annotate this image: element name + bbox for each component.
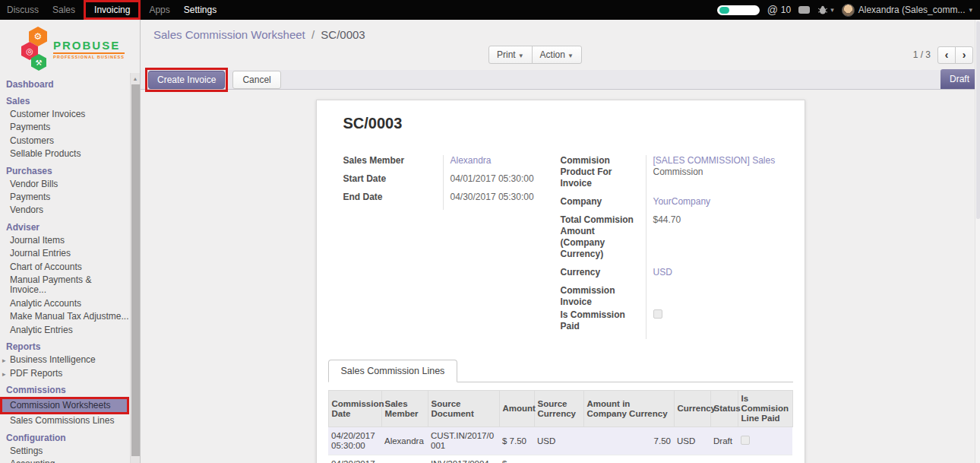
sales-member-link[interactable]: Alexandra xyxy=(450,155,492,166)
sidebar-header-adviser[interactable]: Adviser xyxy=(0,221,129,234)
sidebar-header-purchases[interactable]: Purchases xyxy=(0,165,129,178)
expand-arrow-icon: ▸ xyxy=(2,369,6,379)
top-navbar: Discuss Sales Invoicing Apps Settings @ … xyxy=(0,0,980,20)
chevron-down-icon: ▾ xyxy=(830,6,834,14)
chevron-down-icon: ▼ xyxy=(518,52,524,59)
col-status[interactable]: Status xyxy=(710,391,738,427)
sidebar-header-sales[interactable]: Sales xyxy=(0,95,129,108)
sidebar-item-vendors[interactable]: Vendors xyxy=(0,204,129,217)
sidebar-menu: Dashboard Sales Customer Invoices Paymen… xyxy=(0,78,140,463)
sidebar-item-customers[interactable]: Customers xyxy=(0,135,129,147)
field-sales-member: Sales Member Alexandra xyxy=(343,155,553,173)
mentions-counter[interactable]: @ 10 xyxy=(767,4,792,16)
action-dropdown-button[interactable]: Action▼ xyxy=(532,46,582,64)
sidebar-item-journal-entries[interactable]: Journal Entries xyxy=(0,247,129,260)
logo-title: PROBUSE xyxy=(53,39,125,52)
field-label: Commission Invoice xyxy=(561,285,646,309)
annotation-box-commission-worksheets: Commission Worksheets xyxy=(0,397,129,414)
topbar-menu-sales[interactable]: Sales xyxy=(46,0,82,20)
create-invoice-button[interactable]: Create Invoice xyxy=(148,71,225,89)
chevron-down-icon: ▼ xyxy=(567,52,574,59)
sidebar-item-analytic-entries[interactable]: Analytic Entries xyxy=(0,324,129,337)
page-scrollbar-thumb[interactable] xyxy=(976,21,980,219)
sidebar-scrollbar-thumb[interactable] xyxy=(131,84,140,456)
timer-pill xyxy=(717,5,760,15)
tab-sales-commission-lines[interactable]: Sales Commission Lines xyxy=(328,360,458,382)
field-label: Sales Member xyxy=(343,155,443,173)
col-source-currency[interactable]: Source Currency xyxy=(534,391,583,427)
col-is-commission-line-paid[interactable]: Is Commision Line Paid xyxy=(738,391,792,427)
sheet-area: SC/0003 Sales Member Alexandra Start Dat… xyxy=(141,90,980,463)
topbar-menu-discuss[interactable]: Discuss xyxy=(0,0,46,20)
sidebar-header-reports[interactable]: Reports xyxy=(0,341,129,354)
scroll-up-arrow-icon[interactable]: ▲ xyxy=(131,73,140,84)
pager-next-button[interactable]: › xyxy=(955,46,973,64)
field-label: Currency xyxy=(561,267,646,285)
field-company: Company YourCompany xyxy=(561,196,793,214)
cancel-button[interactable]: Cancel xyxy=(232,71,280,89)
sidebar: ⚙ ◎ ⚒ PROBUSE PROFESSIONAL BUSINESS Dash… xyxy=(0,20,141,463)
col-currency[interactable]: Currency xyxy=(674,391,710,427)
sidebar-item-business-intelligence[interactable]: ▸Business Intelligence xyxy=(0,354,129,366)
sidebar-item-sales-commissions-lines[interactable]: Sales Commissions Lines xyxy=(0,414,129,427)
sidebar-header-configuration[interactable]: Configuration xyxy=(0,432,129,445)
field-label: Start Date xyxy=(343,173,443,192)
notebook-tabs: Sales Commission Lines xyxy=(328,359,793,382)
line-paid-checkbox[interactable] xyxy=(741,436,750,445)
status-badge-draft[interactable]: Draft xyxy=(940,69,978,89)
chat-bubble-icon[interactable] xyxy=(798,6,810,14)
sidebar-item-payments[interactable]: Payments xyxy=(0,121,129,134)
start-date-value: 04/01/2017 05:30:00 xyxy=(443,173,553,192)
form-sheet: SC/0003 Sales Member Alexandra Start Dat… xyxy=(316,100,805,463)
sidebar-header-dashboard[interactable]: Dashboard xyxy=(0,78,129,91)
is-commission-paid-checkbox[interactable] xyxy=(653,309,662,319)
debug-menu[interactable]: ▾ xyxy=(817,5,834,14)
company-link[interactable]: YourCompany xyxy=(653,196,711,207)
sidebar-item-accounting[interactable]: ▸Accounting xyxy=(0,458,129,463)
col-source-document[interactable]: Source Document xyxy=(428,391,499,427)
topbar-menu-apps[interactable]: Apps xyxy=(142,0,176,20)
sidebar-item-settings[interactable]: Settings xyxy=(0,445,129,458)
field-label: End Date xyxy=(343,192,443,210)
pager-previous-button[interactable]: ‹ xyxy=(937,46,956,64)
sidebar-item-vendor-bills[interactable]: Vendor Bills xyxy=(0,178,129,191)
table-row[interactable]: 04/20/2017 05:30:00 Alexandra INV/2017/0… xyxy=(328,455,792,463)
sidebar-header-commissions[interactable]: Commissions xyxy=(0,384,129,397)
col-commission-date[interactable]: Commission Date xyxy=(328,391,381,427)
sidebar-item-make-manual-tax-adjustments[interactable]: Make Manual Tax Adjustme... xyxy=(0,310,129,323)
sidebar-item-chart-of-accounts[interactable]: Chart of Accounts xyxy=(0,261,129,274)
mention-count: 10 xyxy=(781,5,791,15)
sidebar-item-manual-payments-invoice[interactable]: Manual Payments & Invoice... xyxy=(0,274,129,297)
topbar-menu-invoicing[interactable]: Invoicing xyxy=(87,0,137,20)
col-amount[interactable]: Amount xyxy=(499,391,534,427)
sidebar-item-pdf-reports[interactable]: ▸PDF Reports xyxy=(0,367,129,380)
sidebar-item-payments-purchases[interactable]: Payments xyxy=(0,191,129,204)
expand-arrow-icon: ▸ xyxy=(2,460,6,463)
page-scrollbar[interactable] xyxy=(975,20,980,463)
at-icon: @ xyxy=(767,4,778,16)
print-dropdown-button[interactable]: Print▼ xyxy=(488,46,533,64)
sidebar-scrollbar[interactable]: ▲ xyxy=(130,73,140,463)
field-label: Company xyxy=(561,196,646,214)
user-menu[interactable]: Alexandra (Sales_comm... ▾ xyxy=(842,4,972,17)
col-sales-member[interactable]: Sales Member xyxy=(381,391,428,427)
sidebar-item-commission-worksheets[interactable]: Commission Worksheets xyxy=(0,397,129,414)
sidebar-item-analytic-accounts[interactable]: Analytic Accounts xyxy=(0,297,129,310)
sidebar-item-customer-invoices[interactable]: Customer Invoices xyxy=(0,108,129,121)
col-amount-company-currency[interactable]: Amount in Company Currency xyxy=(583,391,674,427)
field-currency: Currency USD xyxy=(561,267,793,285)
sidebar-item-sellable-products[interactable]: Sellable Products xyxy=(0,147,129,160)
field-label: Total Commision Amount (Company Currency… xyxy=(561,214,646,267)
commission-product-link[interactable]: [SALES COMMISSION] Sales xyxy=(653,155,776,166)
table-row[interactable]: 04/20/2017 05:30:00 Alexandra CUST.IN/20… xyxy=(328,427,792,455)
sidebar-item-journal-items[interactable]: Journal Items xyxy=(0,234,129,247)
commission-invoice-value xyxy=(646,285,793,309)
currency-link[interactable]: USD xyxy=(653,267,672,277)
breadcrumb-parent-link[interactable]: Sales Commission Worksheet xyxy=(153,28,305,41)
probuse-logo: ⚙ ◎ ⚒ PROBUSE PROFESSIONAL BUSINESS xyxy=(21,27,132,71)
field-groups: Sales Member Alexandra Start Date 04/01/… xyxy=(343,155,793,339)
annotation-box-invoicing: Invoicing xyxy=(84,0,141,20)
topbar-menu-settings[interactable]: Settings xyxy=(177,0,223,20)
field-label: Is Commission Paid xyxy=(561,309,646,339)
breadcrumb-current: SC/0003 xyxy=(321,28,365,41)
